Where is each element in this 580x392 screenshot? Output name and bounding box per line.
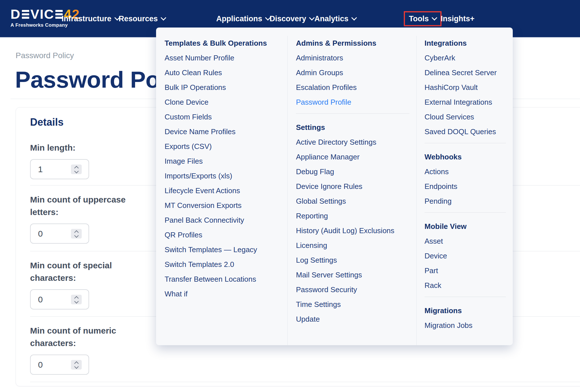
number-input-min-count-of-special-characters bbox=[30, 289, 89, 309]
menu-item-update[interactable]: Update bbox=[296, 312, 416, 326]
field-label: Min count of special characters: bbox=[30, 259, 128, 284]
breadcrumb: Password Policy bbox=[16, 51, 74, 60]
menu-item-rack[interactable]: Rack bbox=[425, 278, 513, 293]
menu-item-switch-templates-legacy[interactable]: Switch Templates — Legacy bbox=[165, 242, 287, 257]
menu-item-migration-jobs[interactable]: Migration Jobs bbox=[425, 318, 513, 333]
logo-e-bars-icon bbox=[22, 10, 29, 19]
menu-item-saved-doql-queries[interactable]: Saved DOQL Queries bbox=[425, 124, 513, 139]
menu-item-global-settings[interactable]: Global Settings bbox=[296, 194, 416, 208]
number-field[interactable] bbox=[31, 229, 66, 239]
menu-item-device-name-profiles[interactable]: Device Name Profiles bbox=[165, 124, 287, 139]
menu-item-endpoints[interactable]: Endpoints bbox=[425, 179, 513, 194]
menu-section-divider bbox=[296, 113, 409, 114]
menu-item-debug-flag[interactable]: Debug Flag bbox=[296, 164, 416, 179]
menu-section-divider bbox=[425, 212, 506, 213]
menu-item-time-settings[interactable]: Time Settings bbox=[296, 297, 416, 312]
chevron-down-icon bbox=[74, 364, 79, 369]
menu-item-panel-back-connectivity[interactable]: Panel Back Connectivity bbox=[165, 213, 287, 227]
chevron-down-icon bbox=[351, 15, 357, 21]
menu-section-header-admins-permissions: Admins & Permissions bbox=[296, 36, 416, 50]
number-stepper[interactable] bbox=[71, 229, 82, 239]
menu-item-cyberark[interactable]: CyberArk bbox=[425, 50, 513, 65]
menu-item-log-settings[interactable]: Log Settings bbox=[296, 253, 416, 267]
menu-item-exports-csv[interactable]: Exports (CSV) bbox=[165, 139, 287, 154]
menu-section-header-webhooks: Webhooks bbox=[425, 149, 513, 164]
menu-item-escalation-profiles[interactable]: Escalation Profiles bbox=[296, 80, 416, 95]
menu-item-mt-conversion-exports[interactable]: MT Conversion Exports bbox=[165, 198, 287, 213]
menu-section-header-settings: Settings bbox=[296, 120, 416, 135]
number-stepper[interactable] bbox=[71, 360, 82, 370]
tools-menu-column-1: Templates & Bulk OperationsAsset Number … bbox=[156, 36, 287, 345]
nav-insights-plus[interactable]: Insights+ bbox=[441, 14, 474, 23]
number-field[interactable] bbox=[31, 165, 66, 174]
menu-item-asset-number-profile[interactable]: Asset Number Profile bbox=[165, 50, 287, 65]
menu-item-reporting[interactable]: Reporting bbox=[296, 208, 416, 223]
nav-discovery[interactable]: Discovery bbox=[270, 14, 314, 23]
number-input-min-length bbox=[30, 159, 89, 179]
menu-item-hashicorp-vault[interactable]: HashiCorp Vault bbox=[425, 80, 513, 95]
tools-dropdown-menu: Templates & Bulk OperationsAsset Number … bbox=[156, 28, 513, 345]
tools-menu-column-2: Admins & PermissionsAdministratorsAdmin … bbox=[287, 36, 416, 345]
menu-item-cloud-services[interactable]: Cloud Services bbox=[425, 109, 513, 124]
menu-item-lifecycle-event-actions[interactable]: Lifecycle Event Actions bbox=[165, 183, 287, 198]
menu-item-clone-device[interactable]: Clone Device bbox=[165, 95, 287, 109]
menu-item-actions[interactable]: Actions bbox=[425, 164, 513, 179]
menu-item-auto-clean-rules[interactable]: Auto Clean Rules bbox=[165, 65, 287, 80]
menu-item-external-integrations[interactable]: External Integrations bbox=[425, 95, 513, 109]
number-field[interactable] bbox=[31, 295, 66, 304]
menu-item-asset[interactable]: Asset bbox=[425, 234, 513, 248]
menu-section-header-migrations: Migrations bbox=[425, 303, 513, 318]
logo-tagline: A Freshworks Company bbox=[10, 22, 80, 28]
menu-item-bulk-ip-operations[interactable]: Bulk IP Operations bbox=[165, 80, 287, 95]
menu-item-device-ignore-rules[interactable]: Device Ignore Rules bbox=[296, 179, 416, 194]
nav-label: Infrastructure bbox=[62, 14, 112, 23]
menu-item-what-if[interactable]: What if bbox=[165, 286, 287, 301]
menu-section-divider bbox=[425, 297, 506, 297]
menu-item-image-files[interactable]: Image Files bbox=[165, 154, 287, 168]
nav-resources[interactable]: Resources bbox=[119, 14, 165, 23]
chevron-down-icon bbox=[74, 299, 79, 304]
menu-item-admin-groups[interactable]: Admin Groups bbox=[296, 65, 416, 80]
number-stepper[interactable] bbox=[71, 165, 82, 174]
nav-label: Applications bbox=[216, 14, 262, 23]
menu-item-administrators[interactable]: Administrators bbox=[296, 50, 416, 65]
nav-applications[interactable]: Applications bbox=[216, 14, 270, 23]
chevron-down-icon bbox=[161, 15, 166, 21]
menu-item-part[interactable]: Part bbox=[425, 263, 513, 278]
logo-letter: D bbox=[10, 7, 21, 21]
tools-menu-column-3: IntegrationsCyberArkDelinea Secret Serve… bbox=[416, 36, 513, 345]
menu-item-active-directory-settings[interactable]: Active Directory Settings bbox=[296, 135, 416, 149]
menu-item-custom-fields[interactable]: Custom Fields bbox=[165, 109, 287, 124]
menu-item-mail-server-settings[interactable]: Mail Server Settings bbox=[296, 267, 416, 282]
screen: D VIC 4 2 A Freshworks Company Infrastru… bbox=[0, 0, 580, 392]
menu-item-transfer-between-locations[interactable]: Transfer Between Locations bbox=[165, 272, 287, 286]
menu-item-history-audit-log-exclusions[interactable]: History (Audit Log) Exclusions bbox=[296, 223, 416, 238]
nav-tools[interactable]: Tools bbox=[404, 11, 442, 26]
logo-letters: VIC bbox=[30, 7, 54, 21]
menu-item-imports-exports-xls[interactable]: Imports/Exports (xls) bbox=[165, 168, 287, 183]
menu-item-device[interactable]: Device bbox=[425, 248, 513, 263]
number-stepper[interactable] bbox=[71, 295, 82, 304]
nav-analytics[interactable]: Analytics bbox=[314, 14, 356, 23]
menu-section-header-templates-bulk-operations: Templates & Bulk Operations bbox=[165, 36, 287, 50]
menu-section-divider bbox=[425, 143, 506, 143]
nav-label: Discovery bbox=[270, 14, 306, 23]
menu-item-qr-profiles[interactable]: QR Profiles bbox=[165, 227, 287, 242]
menu-item-delinea-secret-server[interactable]: Delinea Secret Server bbox=[425, 65, 513, 80]
menu-item-password-security[interactable]: Password Security bbox=[296, 282, 416, 297]
number-field[interactable] bbox=[31, 360, 66, 370]
nav-label: Tools bbox=[409, 14, 429, 23]
menu-item-appliance-manager[interactable]: Appliance Manager bbox=[296, 149, 416, 164]
field-label: Min count of numeric characters: bbox=[30, 324, 128, 349]
nav-label: Resources bbox=[119, 14, 158, 23]
menu-item-password-profile[interactable]: Password Profile bbox=[296, 95, 416, 109]
menu-item-pending[interactable]: Pending bbox=[425, 194, 513, 208]
number-input-min-count-of-numeric-characters bbox=[30, 355, 89, 375]
menu-item-switch-templates-2-0[interactable]: Switch Templates 2.0 bbox=[165, 257, 287, 272]
chevron-down-icon bbox=[309, 15, 315, 21]
chevron-down-icon bbox=[74, 169, 79, 174]
nav-label: Analytics bbox=[314, 14, 348, 23]
menu-item-licensing[interactable]: Licensing bbox=[296, 238, 416, 253]
field-label: Min length: bbox=[30, 142, 128, 154]
nav-infrastructure[interactable]: Infrastructure bbox=[62, 14, 119, 23]
